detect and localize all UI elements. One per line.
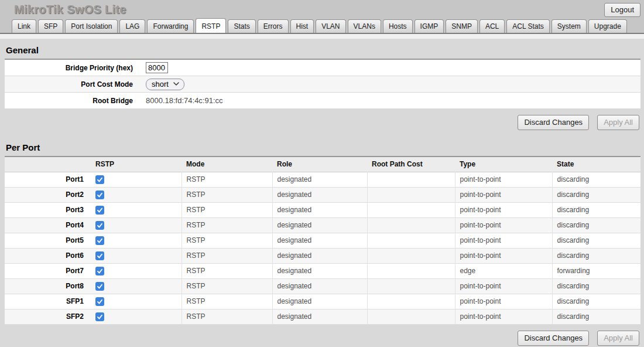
port-cost-mode-select[interactable]: short: [146, 79, 184, 90]
table-header-row: RSTPModeRoleRoot Path CostTypeState: [5, 157, 640, 172]
discard-changes-button[interactable]: Discard Changes: [518, 115, 589, 130]
rstp-checkbox[interactable]: [95, 236, 104, 245]
state-cell: discarding: [552, 294, 640, 309]
rstp-cell: [91, 172, 181, 187]
tab-lag[interactable]: LAG: [119, 19, 145, 33]
per-port-section-title: Per Port: [5, 136, 640, 157]
rstp-checkbox[interactable]: [95, 221, 104, 230]
role-cell: designated: [272, 248, 367, 263]
column-header-root-path-cost: Root Path Cost: [367, 157, 455, 172]
root-path-cost-cell: [367, 217, 455, 233]
tab-hist[interactable]: Hist: [290, 19, 314, 33]
role-cell: designated: [272, 294, 367, 309]
tab-port-isolation[interactable]: Port Isolation: [65, 19, 118, 33]
mode-cell: RSTP: [181, 248, 272, 263]
type-cell: point-to-point: [455, 172, 552, 187]
state-cell: discarding: [552, 278, 640, 294]
rstp-cell: [91, 202, 181, 217]
column-header-type: Type: [455, 157, 552, 172]
rstp-cell: [91, 233, 181, 248]
tab-igmp[interactable]: IGMP: [415, 19, 444, 33]
column-header-mode: Mode: [181, 157, 272, 172]
column-header-role: Role: [272, 157, 367, 172]
state-cell: discarding: [552, 217, 640, 233]
tab-link[interactable]: Link: [12, 19, 36, 33]
mode-cell: RSTP: [181, 278, 272, 294]
tab-system[interactable]: System: [551, 19, 587, 33]
port-label: Port1: [5, 172, 91, 187]
root-bridge-label: Root Bridge: [5, 97, 133, 105]
root-path-cost-cell: [367, 278, 455, 294]
mode-cell: RSTP: [181, 263, 272, 278]
port-label: Port2: [5, 187, 91, 202]
column-header-port: [5, 157, 91, 172]
role-cell: designated: [272, 172, 367, 187]
bottom-action-bar: Discard Changes Apply All: [5, 325, 640, 347]
table-row: SFP1RSTPdesignatedpoint-to-pointdiscardi…: [5, 294, 640, 309]
role-cell: designated: [272, 263, 367, 278]
tab-forwarding[interactable]: Forwarding: [147, 19, 194, 33]
discard-changes-button[interactable]: Discard Changes: [518, 331, 589, 346]
apply-all-button[interactable]: Apply All: [597, 331, 639, 346]
role-cell: designated: [272, 309, 367, 324]
rstp-checkbox[interactable]: [95, 175, 104, 184]
tab-bar: LinkSFPPort IsolationLAGForwardingRSTPSt…: [0, 20, 644, 34]
tab-rstp[interactable]: RSTP: [196, 18, 226, 33]
port-label: Port6: [5, 248, 91, 263]
root-path-cost-cell: [367, 263, 455, 278]
type-cell: point-to-point: [455, 202, 552, 217]
bridge-priority-input[interactable]: [146, 62, 168, 73]
rstp-checkbox[interactable]: [95, 251, 104, 260]
state-cell: discarding: [552, 233, 640, 248]
tab-stats[interactable]: Stats: [228, 19, 255, 33]
main-content: General Bridge Priority (hex) Port Cost …: [0, 39, 644, 347]
logout-button[interactable]: Logout: [604, 3, 640, 17]
general-section-title: General: [5, 39, 640, 60]
tab-snmp[interactable]: SNMP: [446, 19, 478, 33]
role-cell: designated: [272, 217, 367, 233]
port-label: Port8: [5, 278, 91, 294]
rstp-cell: [91, 278, 181, 294]
type-cell: point-to-point: [455, 294, 552, 309]
tab-sfp[interactable]: SFP: [38, 19, 63, 33]
state-cell: discarding: [552, 187, 640, 202]
state-cell: discarding: [552, 172, 640, 187]
chevron-down-icon: [173, 82, 179, 86]
rstp-checkbox[interactable]: [95, 312, 104, 321]
role-cell: designated: [272, 278, 367, 294]
rstp-cell: [91, 187, 181, 202]
root-path-cost-cell: [367, 309, 455, 324]
tab-acl-stats[interactable]: ACL Stats: [506, 19, 550, 33]
tab-acl[interactable]: ACL: [479, 19, 505, 33]
type-cell: point-to-point: [455, 248, 552, 263]
app-title: MikroTik SwOS Lite: [14, 3, 126, 16]
rstp-checkbox[interactable]: [95, 297, 104, 306]
rstp-checkbox[interactable]: [95, 190, 104, 199]
table-row: Port6RSTPdesignatedpoint-to-pointdiscard…: [5, 248, 640, 263]
mode-cell: RSTP: [181, 217, 272, 233]
per-port-table: RSTPModeRoleRoot Path CostTypeState Port…: [5, 157, 640, 325]
port-cost-mode-value: short: [152, 80, 169, 89]
type-cell: point-to-point: [455, 187, 552, 202]
tab-vlans[interactable]: VLANs: [348, 19, 381, 33]
state-cell: discarding: [552, 202, 640, 217]
tab-hosts[interactable]: Hosts: [383, 19, 413, 33]
tab-upgrade[interactable]: Upgrade: [588, 19, 627, 33]
port-cost-mode-label: Port Cost Mode: [5, 80, 133, 89]
table-row: Port2RSTPdesignatedpoint-to-pointdiscard…: [5, 187, 640, 202]
apply-all-button[interactable]: Apply All: [597, 115, 639, 130]
tab-vlan[interactable]: VLAN: [316, 19, 345, 33]
root-bridge-row: Root Bridge 8000.18:fd:74:4c:91:cc: [5, 93, 640, 109]
port-label: Port4: [5, 217, 91, 233]
rstp-checkbox[interactable]: [95, 267, 104, 275]
type-cell: point-to-point: [455, 278, 552, 294]
root-bridge-value: 8000.18:fd:74:4c:91:cc: [133, 96, 223, 105]
mode-cell: RSTP: [181, 187, 272, 202]
bridge-priority-label: Bridge Priority (hex): [5, 64, 133, 72]
type-cell: point-to-point: [455, 233, 552, 248]
tabbar-underlay: [0, 34, 644, 39]
mode-cell: RSTP: [181, 294, 272, 309]
tab-errors[interactable]: Errors: [258, 19, 289, 33]
rstp-checkbox[interactable]: [95, 282, 104, 291]
rstp-checkbox[interactable]: [95, 206, 104, 215]
